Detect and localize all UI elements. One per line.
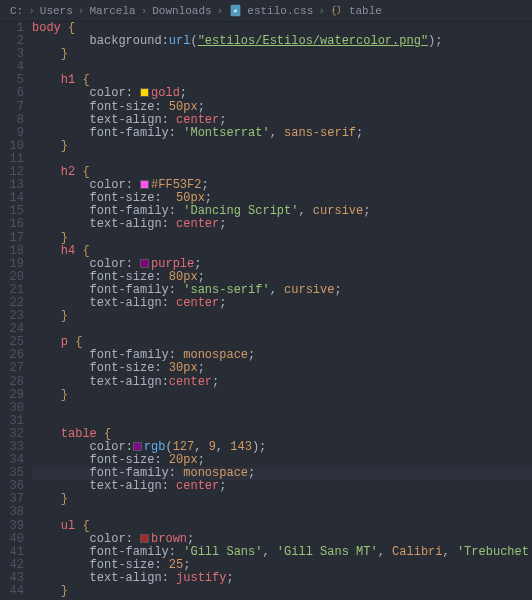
code-line[interactable]: text-align:center;: [32, 376, 532, 389]
bc-root[interactable]: C:: [10, 5, 23, 17]
code-line[interactable]: [32, 153, 532, 166]
code-line[interactable]: [32, 506, 532, 519]
code-line[interactable]: }: [32, 310, 532, 323]
line-number: 30: [0, 402, 24, 415]
line-number: 17: [0, 232, 24, 245]
color-swatch-icon: [140, 180, 149, 189]
code-content[interactable]: body { background:url("estilos/Estilos/w…: [32, 22, 532, 600]
line-number: 20: [0, 271, 24, 284]
line-number: 39: [0, 520, 24, 533]
line-number: 10: [0, 140, 24, 153]
gutter: 1234567891011121314151617181920212223242…: [0, 22, 32, 600]
line-number: 28: [0, 376, 24, 389]
line-number: 19: [0, 258, 24, 271]
line-number: 8: [0, 114, 24, 127]
bc-users[interactable]: Users: [40, 5, 73, 17]
chevron-icon: ›: [141, 5, 148, 17]
code-line[interactable]: text-align: center;: [32, 218, 532, 231]
code-line[interactable]: }: [32, 493, 532, 506]
code-line[interactable]: font-family: 'Montserrat', sans-serif;: [32, 127, 532, 140]
line-number: 27: [0, 362, 24, 375]
line-number: 6: [0, 87, 24, 100]
line-number: 44: [0, 585, 24, 598]
code-line[interactable]: background:url("estilos/Estilos/watercol…: [32, 35, 532, 48]
line-number: 9: [0, 127, 24, 140]
line-number: 21: [0, 284, 24, 297]
bc-symbol[interactable]: table: [349, 5, 382, 17]
symbol-icon: [330, 4, 344, 18]
color-swatch-icon: [140, 259, 149, 268]
line-number: 40: [0, 533, 24, 546]
chevron-icon: ›: [217, 5, 224, 17]
code-line[interactable]: }: [32, 232, 532, 245]
color-swatch-icon: [140, 88, 149, 97]
code-line[interactable]: text-align: center;: [32, 297, 532, 310]
line-number: 18: [0, 245, 24, 258]
line-number: 29: [0, 389, 24, 402]
line-number: 16: [0, 218, 24, 231]
code-line[interactable]: }: [32, 140, 532, 153]
code-line[interactable]: [32, 402, 532, 415]
line-number: 42: [0, 559, 24, 572]
code-line[interactable]: }: [32, 389, 532, 402]
breadcrumb[interactable]: C: › Users › Marcela › Downloads › # est…: [0, 0, 532, 22]
svg-text:#: #: [234, 8, 238, 15]
chevron-icon: ›: [28, 5, 35, 17]
code-line[interactable]: [32, 323, 532, 336]
code-line[interactable]: [32, 61, 532, 74]
bc-downloads[interactable]: Downloads: [152, 5, 211, 17]
line-number: 7: [0, 101, 24, 114]
chevron-icon: ›: [318, 5, 325, 17]
line-number: 41: [0, 546, 24, 559]
chevron-icon: ›: [78, 5, 85, 17]
code-line[interactable]: text-align: justify;: [32, 572, 532, 585]
code-line[interactable]: }: [32, 585, 532, 598]
bc-marcela[interactable]: Marcela: [89, 5, 135, 17]
code-line[interactable]: text-align: center;: [32, 480, 532, 493]
css-file-icon: #: [228, 4, 242, 18]
line-number: 31: [0, 415, 24, 428]
editor[interactable]: 1234567891011121314151617181920212223242…: [0, 22, 532, 600]
bc-file[interactable]: estilo.css: [247, 5, 313, 17]
code-line[interactable]: }: [32, 48, 532, 61]
line-number: 38: [0, 506, 24, 519]
color-swatch-icon: [140, 534, 149, 543]
color-swatch-icon: [133, 442, 142, 451]
